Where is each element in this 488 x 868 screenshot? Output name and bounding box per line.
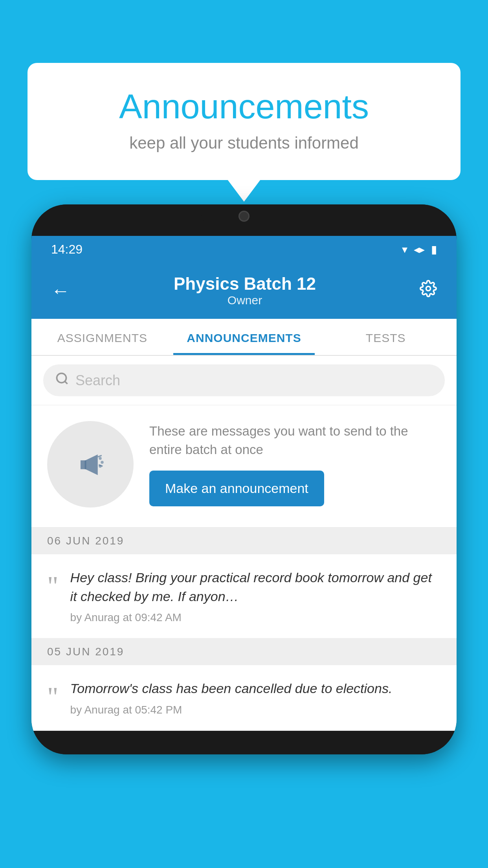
status-time: 14:29 (51, 242, 83, 257)
app-header: ← Physics Batch 12 Owner (31, 263, 457, 319)
announcement-meta-2: by Anurag at 05:42 PM (70, 704, 441, 716)
svg-point-3 (99, 457, 102, 460)
promo-description: These are messages you want to send to t… (149, 422, 441, 458)
wifi-icon: ▾ (402, 243, 407, 256)
announcement-item-2[interactable]: " Tomorrow's class has been cancelled du… (31, 665, 457, 731)
signal-icon: ◂▸ (414, 243, 425, 256)
back-button[interactable]: ← (51, 280, 70, 302)
quote-icon-1: " (47, 572, 59, 624)
phone-top-bar (31, 204, 457, 236)
announcement-text-2: Tomorrow's class has been cancelled due … (70, 679, 441, 698)
date-section-1: 06 JUN 2019 (31, 528, 457, 554)
settings-button[interactable] (420, 280, 437, 301)
phone-mockup: 14:29 ▾ ◂▸ ▮ ← Physics Batch 12 Owner (31, 204, 457, 754)
announcement-content-1: Hey class! Bring your practical record b… (70, 568, 441, 624)
search-placeholder: Search (75, 372, 120, 389)
tab-announcements[interactable]: ANNOUNCEMENTS (173, 319, 315, 355)
bubble-subtitle: keep all your students informed (59, 134, 429, 153)
promo-text-area: These are messages you want to send to t… (149, 422, 441, 506)
search-icon (55, 371, 69, 389)
phone-notch (201, 204, 287, 228)
announcement-icon-circle (47, 421, 134, 508)
search-container: Search (31, 356, 457, 405)
tab-assignments[interactable]: ASSIGNMENTS (31, 319, 173, 355)
announcement-meta-1: by Anurag at 09:42 AM (70, 611, 441, 624)
status-bar: 14:29 ▾ ◂▸ ▮ (31, 236, 457, 263)
search-bar[interactable]: Search (43, 364, 445, 396)
make-announcement-button[interactable]: Make an announcement (149, 471, 324, 506)
batch-name: Physics Batch 12 (70, 274, 420, 294)
date-label-2: 05 JUN 2019 (47, 645, 124, 658)
tab-tests[interactable]: TESTS (315, 319, 457, 355)
tab-bar: ASSIGNMENTS ANNOUNCEMENTS TESTS (31, 319, 457, 356)
header-title-area: Physics Batch 12 Owner (70, 274, 420, 307)
phone-bottom-bar (31, 731, 457, 754)
svg-line-6 (98, 456, 102, 457)
speech-bubble: Announcements keep all your students inf… (28, 63, 460, 180)
date-label-1: 06 JUN 2019 (47, 535, 124, 547)
battery-icon: ▮ (431, 243, 437, 256)
screen-content: Search (31, 356, 457, 731)
status-icons: ▾ ◂▸ ▮ (402, 243, 437, 256)
batch-role: Owner (70, 294, 420, 307)
date-section-2: 05 JUN 2019 (31, 638, 457, 665)
svg-point-1 (57, 373, 66, 383)
announcement-text-1: Hey class! Bring your practical record b… (70, 568, 441, 606)
svg-point-4 (101, 461, 104, 464)
bubble-title: Announcements (59, 86, 429, 127)
svg-line-2 (65, 381, 68, 384)
announcement-item-1[interactable]: " Hey class! Bring your practical record… (31, 554, 457, 638)
phone-body: 14:29 ▾ ◂▸ ▮ ← Physics Batch 12 Owner (31, 204, 457, 754)
promo-card: These are messages you want to send to t… (31, 405, 457, 528)
quote-icon-2: " (47, 683, 59, 716)
svg-point-0 (426, 287, 431, 291)
announcement-content-2: Tomorrow's class has been cancelled due … (70, 679, 441, 716)
speech-bubble-wrapper: Announcements keep all your students inf… (28, 63, 460, 180)
front-camera (238, 211, 250, 222)
